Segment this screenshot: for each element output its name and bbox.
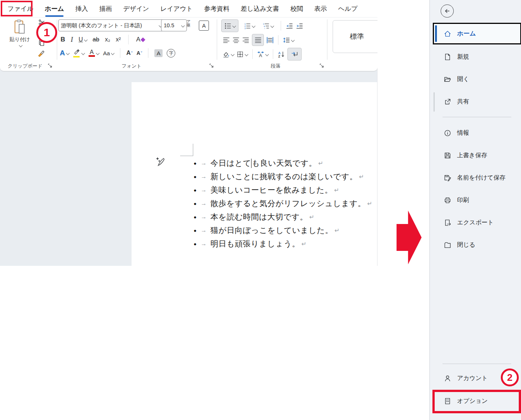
tab-help[interactable]: ヘルプ bbox=[338, 4, 358, 13]
character-border-button[interactable]: A bbox=[199, 21, 209, 31]
margin-corner-mark bbox=[193, 144, 193, 156]
shrink-font-button[interactable]: Aˇ bbox=[136, 50, 142, 56]
sidebar-item-new[interactable]: 新規 bbox=[430, 49, 521, 64]
ruby-button[interactable]: ア亜 bbox=[186, 19, 191, 27]
word-window: ● → 今日はとても良い天気です。 ↵ ● → 新しいことに挑戦するのは楽しいで… bbox=[0, 0, 377, 266]
paste-label: 貼り付け bbox=[10, 36, 30, 43]
tab-mailings[interactable]: 差し込み文書 bbox=[241, 4, 279, 13]
align-left-button[interactable] bbox=[223, 37, 230, 44]
annotation-step-2: 2 bbox=[501, 368, 519, 386]
list-item[interactable]: ● → 今日はとても良い天気です。 ↵ bbox=[194, 156, 372, 170]
bullets-button[interactable] bbox=[221, 19, 238, 32]
tab-mark: → bbox=[199, 227, 210, 234]
decrease-indent-button[interactable] bbox=[286, 22, 293, 29]
paste-button[interactable]: 貼り付け bbox=[6, 19, 34, 60]
font-color-button[interactable]: A bbox=[89, 50, 99, 57]
shading-button[interactable] bbox=[223, 51, 234, 58]
sidebar-item-label: 閉じる bbox=[457, 241, 475, 249]
sidebar-item-export[interactable]: エクスポート bbox=[430, 215, 521, 230]
paragraph-mark: ↵ bbox=[334, 187, 339, 194]
sidebar-item-save[interactable]: 上書き保存 bbox=[430, 148, 521, 163]
tab-references[interactable]: 参考資料 bbox=[204, 4, 229, 13]
sidebar-item-save-as[interactable]: 名前を付けて保存 bbox=[430, 170, 521, 185]
paragraph-mark: ↵ bbox=[367, 200, 372, 207]
list-item[interactable]: ● → 猫が日向ぼっこをしていました。 ↵ bbox=[194, 224, 372, 237]
format-painter-button[interactable] bbox=[37, 49, 45, 57]
list-item[interactable]: ● → 明日も頑張りましょう。 ↵ bbox=[194, 237, 372, 251]
chevron-down-icon bbox=[232, 24, 236, 28]
chevron-down-icon bbox=[181, 24, 185, 27]
sidebar-item-home[interactable]: ホーム bbox=[433, 23, 521, 44]
tab-mark: → bbox=[199, 173, 210, 180]
sidebar-item-close[interactable]: 閉じる bbox=[430, 237, 521, 252]
group-divider bbox=[217, 19, 217, 60]
info-icon bbox=[444, 129, 451, 137]
numbering-button[interactable] bbox=[241, 22, 257, 29]
show-formatting-marks-button[interactable] bbox=[287, 48, 302, 60]
list-item[interactable]: ● → 本を読む時間は大切です。 ↵ bbox=[194, 210, 372, 224]
sidebar-item-print[interactable]: 印刷 bbox=[430, 193, 521, 208]
style-normal[interactable]: 標準 bbox=[333, 32, 377, 41]
copilot-icon[interactable] bbox=[155, 156, 166, 167]
paragraph-dialog-launcher[interactable] bbox=[320, 63, 324, 68]
list-item[interactable]: ● → 新しいことに挑戦するのは楽しいです。 ↵ bbox=[194, 170, 372, 183]
tab-home[interactable]: ホーム bbox=[45, 4, 64, 13]
borders-button[interactable] bbox=[237, 51, 248, 58]
eraser-diamond-icon bbox=[141, 37, 145, 42]
list-item[interactable]: ● → 美味しいコーヒーを飲みました。 ↵ bbox=[194, 183, 372, 197]
list-item[interactable]: ● → 散歩をすると気分がリフレッシュします。 ↵ bbox=[194, 197, 372, 210]
font-name-combobox[interactable]: 游明朝 (本文のフォント - 日本語) bbox=[58, 19, 164, 31]
clear-formatting-button[interactable]: A bbox=[136, 36, 144, 43]
underline-button[interactable]: U bbox=[78, 36, 87, 43]
style-gallery[interactable]: 標準 bbox=[333, 20, 377, 53]
distributed-button[interactable] bbox=[266, 37, 274, 44]
subscript-button[interactable]: x₂ bbox=[105, 36, 110, 43]
separator bbox=[278, 35, 278, 45]
character-shading-button[interactable]: A bbox=[154, 49, 163, 57]
tab-design[interactable]: デザイン bbox=[123, 4, 149, 13]
sort-button[interactable] bbox=[278, 51, 285, 58]
text-effects-button[interactable]: A bbox=[60, 49, 69, 57]
back-arrow-icon bbox=[444, 7, 451, 15]
superscript-button[interactable]: x² bbox=[116, 36, 121, 43]
font-dialog-launcher[interactable] bbox=[209, 63, 214, 68]
line-text: 猫が日向ぼっこをしていました。 bbox=[210, 225, 333, 236]
bullet-mark: ● bbox=[194, 228, 199, 233]
line-spacing-button[interactable] bbox=[283, 37, 294, 44]
separator bbox=[148, 48, 148, 58]
change-case-button[interactable]: Aa bbox=[103, 50, 114, 56]
character-width-button[interactable] bbox=[257, 51, 268, 58]
tab-layout[interactable]: レイアウト bbox=[160, 4, 193, 13]
increase-indent-button[interactable] bbox=[296, 22, 303, 29]
justify-button[interactable] bbox=[252, 34, 264, 46]
multilevel-list-button[interactable] bbox=[260, 22, 276, 29]
separator bbox=[252, 49, 253, 59]
font-size-combobox[interactable]: 10.5 bbox=[161, 19, 187, 31]
document-text[interactable]: ● → 今日はとても良い天気です。 ↵ ● → 新しいことに挑戦するのは楽しいで… bbox=[194, 156, 372, 251]
sidebar-item-info[interactable]: 情報 bbox=[430, 125, 521, 140]
strikethrough-button[interactable]: ab bbox=[93, 36, 99, 43]
grow-font-button[interactable]: Aˆ bbox=[126, 50, 132, 56]
clipboard-dialog-launcher[interactable] bbox=[48, 63, 53, 68]
bullet-mark: ● bbox=[194, 187, 199, 193]
sidebar-item-label: 上書き保存 bbox=[457, 152, 487, 159]
tab-review[interactable]: 校閲 bbox=[290, 4, 303, 13]
italic-button[interactable]: I bbox=[71, 36, 73, 44]
tab-view[interactable]: 表示 bbox=[314, 4, 327, 13]
enclose-characters-button[interactable]: 字 bbox=[167, 49, 175, 57]
highlight-color-button[interactable] bbox=[73, 49, 84, 57]
align-center-button[interactable] bbox=[232, 37, 240, 44]
change-case-glyph: Aa bbox=[103, 50, 110, 56]
bold-button[interactable]: B bbox=[61, 36, 65, 43]
character-border-icon: A bbox=[199, 21, 209, 31]
sidebar-item-options[interactable]: オプション bbox=[430, 393, 521, 408]
sidebar-item-open[interactable]: 開く bbox=[430, 72, 521, 87]
sidebar-item-label: 名前を付けて保存 bbox=[457, 174, 505, 182]
align-right-button[interactable] bbox=[242, 37, 249, 44]
sidebar-item-share[interactable]: 共有 bbox=[430, 94, 521, 109]
tab-draw[interactable]: 描画 bbox=[99, 4, 112, 13]
line-text: 明日も頑張りましょう。 bbox=[210, 239, 300, 249]
tab-insert[interactable]: 挿入 bbox=[75, 4, 88, 13]
back-button[interactable] bbox=[441, 4, 454, 18]
tab-file[interactable]: ファイル bbox=[7, 4, 34, 13]
